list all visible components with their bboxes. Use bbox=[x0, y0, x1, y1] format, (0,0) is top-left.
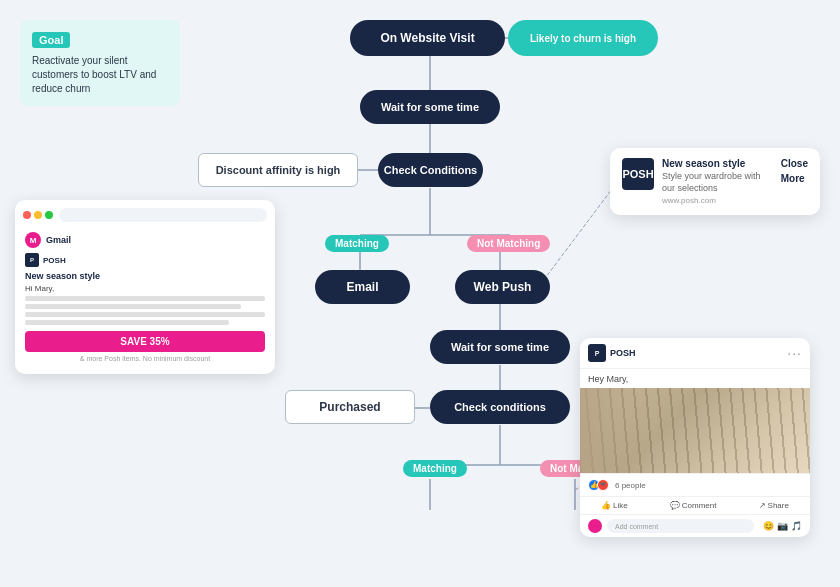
matching1-badge: Matching bbox=[325, 235, 389, 252]
push-title: New season style bbox=[662, 158, 773, 169]
push-url: www.posh.com bbox=[662, 196, 773, 205]
web-push-notification: POSH New season style Style your wardrob… bbox=[610, 148, 820, 215]
fb-like-icon: 👍 bbox=[601, 501, 611, 510]
fb-comment-icon: 💬 bbox=[670, 501, 680, 510]
fb-emoji-row: 😊 📷 🎵 bbox=[763, 521, 802, 531]
fb-logo: P bbox=[588, 344, 606, 362]
goal-label: Goal bbox=[32, 32, 70, 48]
push-content: New season style Style your wardrobe wit… bbox=[662, 158, 773, 205]
on-website-visit-node[interactable]: On Website Visit bbox=[350, 20, 505, 56]
fb-share-button[interactable]: ↗ Share bbox=[759, 501, 789, 510]
fb-brand-name: POSH bbox=[610, 348, 636, 358]
fb-brand: P POSH bbox=[588, 344, 636, 362]
fb-image bbox=[580, 388, 810, 473]
fb-react-count: 👍 ❤ 6 people bbox=[588, 479, 646, 491]
window-dots bbox=[23, 211, 53, 219]
fb-emoji-1: 😊 bbox=[763, 521, 774, 531]
goal-text: Reactivate your silent customers to boos… bbox=[32, 54, 168, 96]
fb-user-avatar bbox=[588, 519, 602, 533]
likely-churn-node[interactable]: Likely to churn is high bbox=[508, 20, 658, 56]
fb-comment-button[interactable]: 💬 Comment bbox=[670, 501, 717, 510]
fb-greeting: Hey Mary, bbox=[580, 369, 810, 388]
fb-reactions: 👍 ❤ 6 people bbox=[580, 473, 810, 497]
email-from: M Gmail bbox=[25, 232, 265, 248]
email-greeting: Hi Mary, bbox=[25, 284, 265, 293]
posh-name: POSH bbox=[43, 256, 66, 265]
fb-react-icons: 👍 ❤ bbox=[588, 479, 609, 491]
email-line-1 bbox=[25, 296, 265, 301]
push-description: Style your wardrobe with our selections bbox=[662, 171, 773, 194]
wait1-node[interactable]: Wait for some time bbox=[360, 90, 500, 124]
matching2-badge: Matching bbox=[403, 460, 467, 477]
push-more[interactable]: More bbox=[781, 173, 808, 184]
email-search-bar bbox=[59, 208, 267, 222]
fb-like-button[interactable]: 👍 Like bbox=[601, 501, 628, 510]
fb-header: P POSH ··· bbox=[580, 338, 810, 369]
not-matching1-badge: Not Matching bbox=[467, 235, 550, 252]
fb-comment-row: Add comment 😊 📷 🎵 bbox=[580, 514, 810, 537]
purchased-node: Purchased bbox=[285, 390, 415, 424]
email-line-3 bbox=[25, 312, 265, 317]
dot-green bbox=[45, 211, 53, 219]
fb-emoji-2: 📷 bbox=[777, 521, 788, 531]
web-push-node[interactable]: Web Push bbox=[455, 270, 550, 304]
fb-menu-dots[interactable]: ··· bbox=[787, 345, 802, 361]
check-conditions2-node[interactable]: Check conditions bbox=[430, 390, 570, 424]
dot-yellow bbox=[34, 211, 42, 219]
email-subtext: & more Posh items. No minimum discount bbox=[25, 355, 265, 362]
fb-love-icon: ❤ bbox=[597, 479, 609, 491]
email-posh-row: P POSH bbox=[25, 253, 265, 267]
posh-icon: P bbox=[25, 253, 39, 267]
email-avatar: M bbox=[25, 232, 41, 248]
email-node[interactable]: Email bbox=[315, 270, 410, 304]
email-cta: SAVE 35% bbox=[25, 331, 265, 352]
fb-comment-box[interactable]: Add comment bbox=[607, 519, 754, 533]
email-subject: New season style bbox=[25, 271, 265, 281]
push-close[interactable]: Close bbox=[781, 158, 808, 169]
fb-like-count: 6 people bbox=[615, 481, 646, 490]
email-content bbox=[25, 296, 265, 325]
push-logo: POSH bbox=[622, 158, 654, 190]
fb-comment-placeholder: Add comment bbox=[615, 523, 658, 530]
fb-action-buttons: 👍 Like 💬 Comment ↗ Share bbox=[580, 497, 810, 514]
wait2-node[interactable]: Wait for some time bbox=[430, 330, 570, 364]
push-actions: Close More bbox=[781, 158, 808, 184]
check-conditions1-node[interactable]: Check Conditions bbox=[378, 153, 483, 187]
discount-condition: Discount affinity is high bbox=[198, 153, 358, 187]
email-line-4 bbox=[25, 320, 229, 325]
svg-line-15 bbox=[540, 185, 615, 285]
dot-red bbox=[23, 211, 31, 219]
fb-image-inner bbox=[580, 388, 810, 473]
fb-emoji-3: 🎵 bbox=[791, 521, 802, 531]
email-line-2 bbox=[25, 304, 241, 309]
goal-box: Goal Reactivate your silent customers to… bbox=[20, 20, 180, 106]
fb-share-icon: ↗ bbox=[759, 501, 766, 510]
email-header bbox=[23, 208, 267, 222]
email-sender: Gmail bbox=[46, 235, 71, 245]
email-body: M Gmail P POSH New season style Hi Mary,… bbox=[23, 228, 267, 366]
email-mockup: M Gmail P POSH New season style Hi Mary,… bbox=[15, 200, 275, 374]
facebook-mockup: P POSH ··· Hey Mary, 👍 ❤ 6 people 👍 Like… bbox=[580, 338, 810, 537]
